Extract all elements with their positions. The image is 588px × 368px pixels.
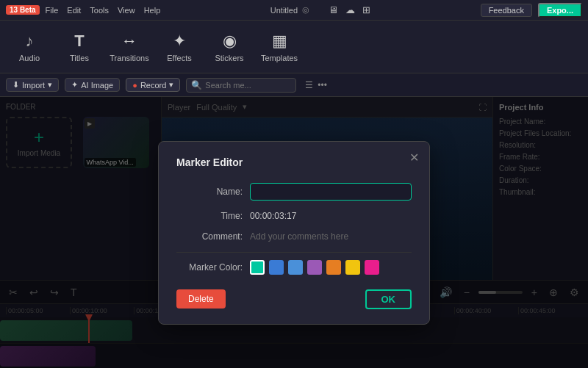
dialog-close-button[interactable]: ✕: [409, 152, 419, 164]
search-box[interactable]: 🔍: [186, 78, 296, 93]
tool-titles-label: Titles: [70, 54, 89, 62]
feedback-button[interactable]: Feedback: [481, 4, 532, 17]
tool-stickers-label: Stickers: [215, 54, 243, 62]
title-status-icon: ◎: [302, 5, 309, 15]
tool-templates-label: Templates: [261, 54, 298, 62]
export-button[interactable]: Expo...: [538, 3, 582, 18]
dialog-overlay: Marker Editor ✕ Name: Time: 00:00:03:17 …: [0, 97, 588, 368]
menu-file[interactable]: File: [46, 6, 59, 15]
color-row: Marker Color:: [176, 260, 412, 275]
dialog-title: Marker Editor: [176, 156, 412, 168]
record-label: Record: [140, 81, 166, 90]
name-row: Name:: [176, 183, 412, 201]
import-chevron: ▾: [48, 80, 52, 90]
tool-transitions[interactable]: ↔ Transitions: [106, 25, 153, 69]
filter-icons: ☰ •••: [305, 80, 327, 90]
menu-tools[interactable]: Tools: [90, 6, 109, 15]
more-icon[interactable]: •••: [318, 80, 327, 90]
app-title: Untitled: [270, 6, 298, 15]
swatch-pink[interactable]: [365, 260, 379, 275]
time-row: Time: 00:00:03:17: [176, 211, 412, 221]
delete-button[interactable]: Delete: [176, 289, 226, 309]
search-input[interactable]: [205, 81, 291, 90]
comment-label: Comment:: [176, 231, 243, 242]
comment-placeholder[interactable]: Add your comments here: [250, 231, 412, 242]
swatch-blue1[interactable]: [269, 260, 284, 275]
tool-effects-label: Effects: [167, 54, 191, 62]
main-area: FOLDER + Import Media ▶ WhatsApp Vid... …: [0, 97, 588, 368]
ai-image-label: AI Image: [81, 81, 113, 90]
ok-button[interactable]: OK: [365, 289, 412, 309]
monitor-icon: 🖥: [329, 4, 338, 15]
record-icon: ●: [132, 81, 137, 90]
ai-image-button[interactable]: ✦ AI Image: [65, 78, 120, 92]
import-button[interactable]: ⬇ Import ▾: [6, 78, 59, 92]
time-label: Time:: [176, 211, 243, 221]
name-label: Name:: [176, 187, 243, 197]
swatch-blue2[interactable]: [288, 260, 303, 275]
titles-icon: T: [74, 32, 84, 51]
tool-stickers[interactable]: ◉ Stickers: [206, 25, 253, 69]
secondary-toolbar: ⬇ Import ▾ ✦ AI Image ● Record ▾ 🔍 ☰ •••: [0, 73, 588, 97]
record-button[interactable]: ● Record ▾: [126, 78, 180, 92]
comment-row: Comment: Add your comments here: [176, 231, 412, 242]
swatch-teal[interactable]: [250, 260, 265, 275]
color-label: Marker Color:: [176, 262, 243, 273]
title-bar-left: 13 Beta File Edit Tools View Help: [6, 5, 160, 15]
ai-image-icon: ✦: [71, 80, 78, 90]
import-label: Import: [22, 81, 45, 90]
templates-icon: ▦: [272, 32, 287, 51]
marker-editor-dialog: Marker Editor ✕ Name: Time: 00:00:03:17 …: [158, 141, 430, 325]
grid-icon: ⊞: [362, 4, 370, 15]
stickers-icon: ◉: [223, 32, 237, 51]
audio-icon: ♪: [26, 32, 34, 51]
tool-audio[interactable]: ♪ Audio: [6, 25, 53, 69]
tool-transitions-label: Transitions: [110, 54, 148, 62]
title-bar: 13 Beta File Edit Tools View Help Untitl…: [0, 0, 588, 21]
tool-audio-label: Audio: [19, 54, 40, 62]
title-bar-right: Feedback Expo...: [481, 3, 582, 18]
swatch-purple[interactable]: [307, 260, 322, 275]
color-swatches: [250, 260, 379, 275]
tool-titles[interactable]: T Titles: [56, 25, 103, 69]
name-input[interactable]: [250, 183, 412, 201]
menu-view[interactable]: View: [118, 6, 135, 15]
toolbar: ♪ Audio T Titles ↔ Transitions ✦ Effects…: [0, 21, 588, 73]
tool-templates[interactable]: ▦ Templates: [256, 25, 303, 69]
filter-icon[interactable]: ☰: [305, 80, 313, 90]
record-chevron: ▾: [169, 80, 173, 90]
swatch-yellow[interactable]: [345, 260, 360, 275]
upload-icon: ☁: [345, 4, 355, 15]
menu-edit[interactable]: Edit: [67, 6, 81, 15]
menu-bar: File Edit Tools View Help: [46, 6, 161, 15]
import-icon: ⬇: [12, 80, 19, 90]
transitions-icon: ↔: [121, 32, 137, 51]
divider: [176, 252, 412, 253]
tool-effects[interactable]: ✦ Effects: [156, 25, 203, 69]
title-bar-center: Untitled ◎ 🖥 ☁ ⊞: [169, 4, 471, 15]
dialog-footer: Delete OK: [176, 289, 412, 309]
search-icon: 🔍: [191, 80, 202, 90]
window-controls: 🖥 ☁ ⊞: [329, 4, 370, 15]
time-value: 00:00:03:17: [250, 211, 296, 221]
swatch-orange[interactable]: [326, 260, 341, 275]
app-version: 13 Beta: [6, 5, 40, 15]
menu-help[interactable]: Help: [144, 6, 161, 15]
effects-icon: ✦: [173, 32, 186, 51]
